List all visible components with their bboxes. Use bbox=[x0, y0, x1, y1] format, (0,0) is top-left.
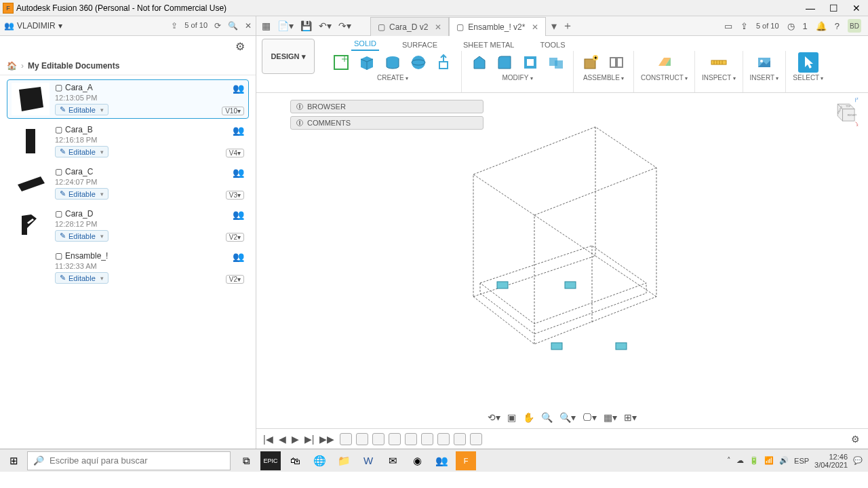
tab-solid[interactable]: SOLID bbox=[351, 37, 379, 51]
undo-icon[interactable]: ↶▾ bbox=[319, 20, 332, 31]
close-button[interactable]: ✕ bbox=[845, 3, 868, 14]
zoom-icon[interactable]: 🔍 bbox=[541, 412, 553, 423]
share-icon[interactable]: 👥 bbox=[233, 251, 244, 262]
pan-icon[interactable]: ✋ bbox=[523, 412, 534, 423]
onedrive-icon[interactable]: ☁ bbox=[736, 456, 744, 465]
share-icon[interactable]: 👥 bbox=[233, 125, 244, 136]
search-icon[interactable]: 🔍 bbox=[228, 21, 238, 31]
feature-step[interactable] bbox=[470, 433, 482, 445]
tab-close-icon[interactable]: ✕ bbox=[532, 22, 538, 32]
taskbar-search[interactable]: 🔎 Escribe aquí para buscar bbox=[27, 451, 231, 470]
version-chip[interactable]: V4▾ bbox=[226, 149, 244, 157]
edit-status[interactable]: ✎Editable bbox=[55, 188, 108, 200]
battery-icon[interactable]: 🔋 bbox=[749, 456, 759, 465]
document-card[interactable]: ▢Ensamble_! 11:32:33 AM ✎Editable 👥 V2▾ bbox=[7, 248, 249, 287]
share-icon[interactable]: 👥 bbox=[233, 209, 244, 220]
tab-surface[interactable]: SURFACE bbox=[399, 39, 440, 51]
new-component-icon[interactable]: ✦ bbox=[580, 52, 601, 73]
file-menu-icon[interactable]: 📄▾ bbox=[277, 20, 294, 31]
language-indicator[interactable]: ESP bbox=[794, 457, 809, 465]
select-icon[interactable] bbox=[798, 52, 818, 73]
extensions-icon[interactable]: ▭ bbox=[724, 21, 732, 31]
tab-tools[interactable]: TOOLS bbox=[537, 39, 568, 51]
edit-status[interactable]: ✎Editable bbox=[55, 146, 108, 157]
viewcube[interactable]: RIGHT FRONT TOP z x bbox=[829, 97, 859, 127]
grid-icon[interactable]: ▦▾ bbox=[604, 412, 617, 423]
volume-icon[interactable]: 🔊 bbox=[779, 456, 789, 465]
new-design-icon[interactable]: ＋ bbox=[562, 19, 573, 33]
refresh-icon[interactable]: ⟳ bbox=[214, 21, 221, 31]
redo-icon[interactable]: ↷▾ bbox=[338, 20, 351, 31]
app-teams-icon[interactable]: 👥 bbox=[431, 451, 452, 470]
extrude-icon[interactable] bbox=[434, 52, 454, 73]
feature-step[interactable] bbox=[437, 433, 450, 445]
timeline-next-icon[interactable]: ▶| bbox=[304, 434, 315, 445]
user-avatar[interactable]: BD bbox=[848, 19, 861, 33]
feature-step[interactable] bbox=[389, 433, 401, 445]
share-icon[interactable]: 👥 bbox=[233, 83, 244, 94]
fillet-icon[interactable] bbox=[494, 52, 515, 73]
workspace-switcher[interactable]: DESIGN ▾ bbox=[262, 39, 315, 74]
breadcrumb-current[interactable]: My Editable Documents bbox=[28, 61, 119, 71]
document-card[interactable]: ▢Cara_D 12:28:12 PM ✎Editable 👥 V2▾ bbox=[7, 206, 249, 245]
feature-step[interactable] bbox=[454, 433, 466, 445]
document-card[interactable]: ▢Cara_B 12:16:18 PM ✎Editable 👥 V4▾ bbox=[7, 121, 249, 161]
notifications-icon[interactable]: 💬 bbox=[853, 456, 863, 465]
minimize-button[interactable]: — bbox=[799, 3, 822, 14]
browser-panel-header[interactable]: BROWSER bbox=[290, 100, 484, 113]
cylinder-icon[interactable] bbox=[382, 52, 403, 73]
plane-icon[interactable] bbox=[654, 52, 675, 73]
tab-sheetmetal[interactable]: SHEET METAL bbox=[460, 39, 517, 51]
notifications-icon[interactable]: 🔔 bbox=[816, 21, 827, 31]
timeline-start-icon[interactable]: |◀ bbox=[263, 434, 273, 445]
version-chip[interactable]: V10▾ bbox=[222, 107, 244, 115]
close-panel-icon[interactable]: ✕ bbox=[245, 21, 252, 31]
upload-icon[interactable]: ⇪ bbox=[741, 21, 748, 31]
app-edge-icon[interactable]: 🌐 bbox=[309, 451, 330, 470]
document-tab[interactable]: ▢ Cara_D v2 ✕ bbox=[370, 17, 449, 36]
display-icon[interactable]: 🖵▾ bbox=[583, 412, 597, 423]
share-icon[interactable]: 👥 bbox=[233, 167, 244, 178]
feature-step[interactable] bbox=[421, 433, 433, 445]
group-inspect-label[interactable]: INSPECT bbox=[702, 74, 736, 81]
save-icon[interactable]: 💾 bbox=[300, 20, 312, 31]
task-view-icon[interactable]: ⧉ bbox=[236, 451, 256, 470]
shell-icon[interactable] bbox=[520, 52, 540, 73]
orbit-icon[interactable]: ⟲▾ bbox=[488, 412, 500, 423]
maximize-button[interactable]: ☐ bbox=[822, 3, 845, 14]
look-icon[interactable]: ▣ bbox=[507, 412, 516, 423]
app-store-icon[interactable]: 🛍 bbox=[285, 451, 305, 470]
timeline-prev-icon[interactable]: ◀ bbox=[279, 434, 286, 445]
app-chrome-icon[interactable]: ◉ bbox=[407, 451, 427, 470]
upload-icon[interactable]: ⇪ bbox=[171, 21, 178, 31]
start-button[interactable]: ⊞ bbox=[0, 455, 27, 467]
app-epic-icon[interactable]: EPIC bbox=[260, 451, 281, 470]
timeline-end-icon[interactable]: ▶▶ bbox=[319, 434, 334, 445]
sketch-icon[interactable] bbox=[331, 52, 351, 73]
timeline-settings-icon[interactable]: ⚙ bbox=[851, 434, 860, 445]
group-insert-label[interactable]: INSERT bbox=[750, 74, 779, 81]
viewports-icon[interactable]: ⊞▾ bbox=[624, 412, 637, 423]
wifi-icon[interactable]: 📶 bbox=[764, 456, 774, 465]
edit-status[interactable]: ✎Editable bbox=[55, 230, 108, 242]
team-switcher[interactable]: 👥 VLADIMIR ▾ bbox=[4, 21, 62, 31]
home-icon[interactable]: 🏠 bbox=[7, 61, 17, 71]
feature-step[interactable] bbox=[405, 433, 417, 445]
document-tab-active[interactable]: ▢ Ensamble_! v2* ✕ bbox=[449, 17, 546, 36]
version-chip[interactable]: V2▾ bbox=[226, 275, 244, 284]
tray-chevron-icon[interactable]: ˄ bbox=[727, 456, 731, 465]
document-card[interactable]: ▢Cara_C 12:24:07 PM ✎Editable 👥 V3▾ bbox=[7, 164, 249, 203]
panel-settings-icon[interactable]: ⚙ bbox=[235, 40, 245, 53]
tab-close-icon[interactable]: ✕ bbox=[435, 22, 441, 32]
joint-icon[interactable] bbox=[606, 52, 627, 73]
group-assemble-label[interactable]: ASSEMBLE bbox=[583, 74, 624, 81]
group-construct-label[interactable]: CONSTRUCT bbox=[641, 74, 688, 81]
app-mail-icon[interactable]: ✉ bbox=[382, 451, 403, 470]
feature-step[interactable] bbox=[372, 433, 384, 445]
edit-status[interactable]: ✎Editable bbox=[55, 104, 108, 115]
app-word-icon[interactable]: W bbox=[358, 451, 378, 470]
app-fusion-icon[interactable]: F bbox=[456, 451, 476, 470]
feature-step[interactable] bbox=[356, 433, 368, 445]
group-select-label[interactable]: SELECT bbox=[793, 74, 823, 81]
measure-icon[interactable] bbox=[709, 52, 729, 73]
